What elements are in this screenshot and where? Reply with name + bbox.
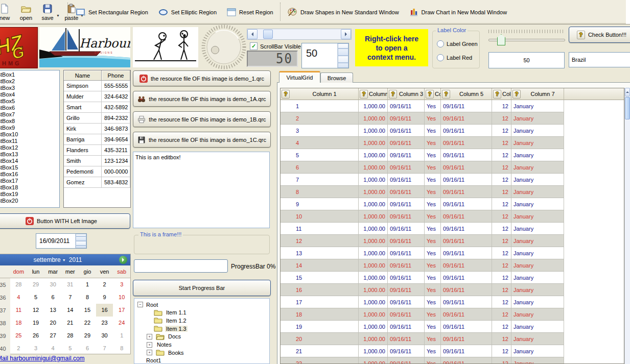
scroll-right-button[interactable] (341, 29, 351, 39)
listbox-item[interactable]: ListBox2 (0, 78, 59, 85)
calendar-day[interactable]: 8 (113, 342, 130, 355)
calendar-day[interactable]: 20 (44, 317, 62, 329)
resource-button-3[interactable]: the resource file OF this image is demo_… (133, 111, 271, 127)
grid-column-header-5[interactable]: ?Column 5 (441, 88, 492, 100)
listbox-item[interactable]: ListBox18 (0, 184, 59, 191)
slider[interactable] (488, 30, 564, 46)
contacts-row[interactable]: Flanders435-3211 (64, 145, 130, 156)
calendar-day[interactable]: 8 (79, 291, 96, 304)
tab-virtualgrid[interactable]: VirtualGrid (279, 71, 320, 83)
virtual-grid[interactable]: ?Column 1?Column 2?Column 3?Column 4?Col… (280, 88, 624, 364)
new-button[interactable]: new (0, 1, 15, 23)
calendar-day[interactable]: 1 (79, 278, 96, 291)
tree-item-root[interactable]: −Root (134, 301, 269, 308)
tree-plus-box[interactable]: + (147, 350, 152, 355)
spinner-down-button[interactable] (338, 56, 348, 68)
resource-button-2[interactable]: the resource file OF this image is demo_… (133, 91, 271, 107)
grid-row[interactable]: 11,000.0009/16/11Yes09/16/1112January (281, 100, 624, 112)
draw-chart-button[interactable]: Draw Chart in New Modal Window (404, 4, 512, 20)
date-picker[interactable]: 16/09/2011 (36, 233, 87, 249)
tree-minus-box[interactable]: − (137, 302, 143, 307)
tree-plus-box[interactable]: + (147, 342, 152, 348)
grid-row[interactable]: 141,000.0009/16/11Yes09/16/1112January (281, 259, 624, 272)
calendar-day[interactable]: 13 (44, 304, 62, 317)
listbox-item[interactable]: ListBox5 (0, 98, 59, 105)
calendar-day[interactable]: 6 (79, 342, 96, 355)
calendar-day[interactable]: 21 (61, 317, 79, 329)
grid-row[interactable]: 171,000.0009/16/11Yes09/16/1112January (281, 296, 624, 308)
grid-column-header-6[interactable]: ?Column 6 (492, 88, 511, 100)
reset-region-button[interactable]: Reset Region (222, 4, 278, 20)
calendar-day[interactable]: 29 (79, 329, 96, 342)
resource-button-1[interactable]: the resource file OF this image is demo_… (133, 70, 271, 86)
contacts-row[interactable]: Smart432-5892 (64, 102, 130, 113)
tree-item-item-1-3[interactable]: Item 1.3 (134, 325, 269, 332)
tree-item-root1[interactable]: Root1 (134, 357, 269, 364)
check-button[interactable]: ? Check Button!!! (569, 27, 630, 43)
calendar-day[interactable]: 2 (10, 342, 28, 355)
calendar-day[interactable]: 31 (61, 278, 79, 291)
contacts-row[interactable]: Grillo894-2332 (64, 113, 130, 124)
contacts-row[interactable]: Kirk346-9873 (64, 124, 130, 134)
contacts-row[interactable]: Mulder324-6432 (64, 91, 130, 102)
calendar-day[interactable]: 9 (96, 291, 113, 304)
grid-row[interactable]: 161,000.0009/16/11Yes09/16/1112January (281, 284, 624, 296)
grid-row[interactable]: 51,000.0009/16/11Yes09/16/1112January (281, 149, 624, 161)
grid-row[interactable]: 61,000.0009/16/11Yes09/16/1112January (281, 161, 624, 174)
calendar-day[interactable]: 23 (96, 317, 113, 329)
knob-dial[interactable] (201, 25, 247, 69)
listbox-item[interactable]: ListBox6 (0, 105, 59, 111)
save-dropdown-arrow[interactable]: ▼ (56, 14, 60, 17)
listbox-item[interactable]: ListBox12 (0, 144, 59, 151)
resource-button-4[interactable]: the resource file OF this image is demo_… (133, 132, 271, 148)
start-progress-bar-button[interactable]: Start Progress Bar (133, 280, 271, 296)
grid-row[interactable]: 181,000.0009/16/11Yes09/16/1112January (281, 308, 624, 321)
scroll-up-button[interactable] (625, 88, 630, 96)
calendar-day[interactable]: 22 (79, 317, 96, 329)
grid-scrollbar-thumb[interactable] (625, 97, 630, 119)
grid-row[interactable]: 81,000.0009/16/11Yes09/16/1112January (281, 186, 624, 198)
value-textbox[interactable]: 50 (488, 52, 565, 68)
grid-row[interactable]: 221,000.0009/16/11Yes09/16/1112January (281, 357, 624, 364)
grid-row[interactable]: 201,000.0009/16/11Yes09/16/1112January (281, 333, 624, 345)
tree-view[interactable]: −RootItem 1.1Item 1.2Item 1.3+Docs+Notes… (134, 298, 270, 364)
calendar-day[interactable]: 27 (44, 329, 62, 342)
listbox-item[interactable]: ListBox3 (0, 85, 59, 91)
contacts-row[interactable]: Gomez583-4832 (64, 177, 130, 188)
editbox[interactable]: This is an editbox! (133, 152, 270, 228)
calendar-year[interactable]: 2011 (69, 256, 82, 263)
grid-vertical-scrollbar[interactable] (624, 88, 630, 364)
set-elliptic-region-button[interactable]: Set Elliptic Region (153, 4, 222, 20)
listbox-item[interactable]: ListBox11 (0, 138, 59, 144)
label-green-radio[interactable] (437, 40, 444, 47)
listbox-item[interactable]: ListBox15 (0, 164, 59, 171)
calendar-day[interactable]: 7 (61, 291, 79, 304)
calendar-day[interactable]: 15 (79, 304, 96, 317)
calendar-day[interactable]: 2 (96, 278, 113, 291)
tree-item-books[interactable]: +Books (134, 349, 269, 356)
grid-row[interactable]: 151,000.0009/16/11Yes09/16/1112January (281, 272, 624, 284)
calendar-day[interactable]: 25 (10, 329, 28, 342)
listbox-item[interactable]: ListBox14 (0, 158, 59, 164)
grid-row[interactable]: 211,000.0009/16/11Yes09/16/1112January (281, 345, 624, 357)
grid-row[interactable]: 191,000.0009/16/11Yes09/16/1112January (281, 321, 624, 333)
grid-row[interactable]: 131,000.0009/16/11Yes09/16/1112January (281, 247, 624, 259)
contacts-grid[interactable]: NamePhone Simpson555-5555Mulder324-6432S… (63, 70, 131, 208)
calendar-day[interactable]: 14 (61, 304, 79, 317)
calendar-day[interactable]: 11 (10, 304, 28, 317)
calendar[interactable]: settembre ▼ 2011 domlunmarmergiovensab 3… (0, 254, 131, 354)
calendar-day[interactable]: 18 (10, 317, 28, 329)
mail-link[interactable]: Mail harbourminigui@gmail.com (0, 355, 85, 362)
listbox[interactable]: ListBox1ListBox2ListBox3ListBox4ListBox5… (0, 70, 60, 208)
calendar-day[interactable]: 5 (27, 291, 44, 304)
calendar-day[interactable]: 17 (113, 304, 130, 317)
calendar-day[interactable]: 3 (27, 342, 44, 355)
contacts-row[interactable]: Pedemonti000-0000 (64, 166, 130, 177)
listbox-item[interactable]: ListBox4 (0, 91, 59, 98)
horizontal-scrollbar[interactable] (247, 29, 352, 40)
calendar-day[interactable]: 24 (113, 317, 130, 329)
grid-row[interactable]: 91,000.0009/16/11Yes09/16/1112January (281, 198, 624, 210)
grid-row[interactable]: 21,000.0009/16/11Yes09/16/1112January (281, 112, 624, 125)
calendar-day[interactable]: 5 (61, 342, 79, 355)
calendar-day[interactable]: 4 (44, 342, 62, 355)
